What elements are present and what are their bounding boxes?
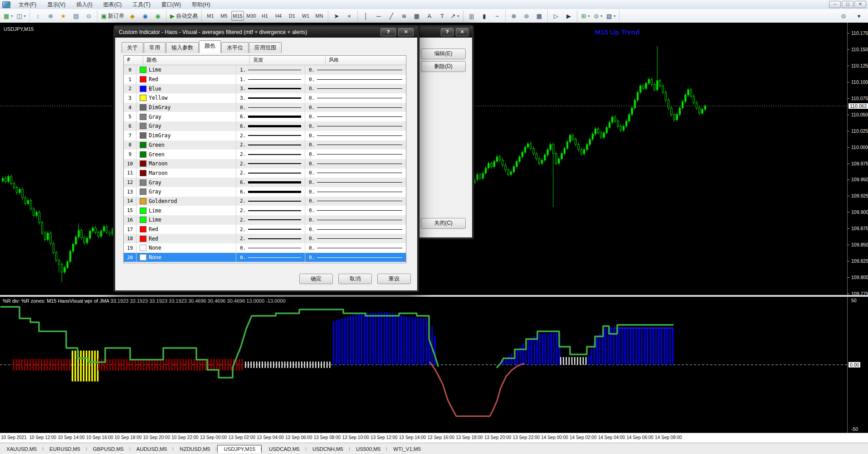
symbol-tab-us500[interactable]: US500,M5 [350, 445, 387, 453]
menu-item[interactable]: 图表(C) [98, 0, 127, 10]
color-swatch[interactable] [140, 95, 146, 101]
width-cell[interactable]: 6. [236, 187, 305, 197]
width-cell[interactable]: 2. [236, 215, 305, 225]
candlestick-chart-button[interactable]: ▮ [478, 10, 491, 21]
crosshair-button[interactable]: + [343, 10, 356, 21]
timeframe-w1-button[interactable]: W1 [299, 11, 312, 21]
table-row[interactable]: 17Red2.0. [124, 225, 406, 234]
timeframe-d1-button[interactable]: D1 [286, 11, 298, 21]
style-cell[interactable]: 0. [305, 131, 406, 140]
menu-item[interactable]: 工具(T) [127, 0, 156, 10]
close-list-button[interactable]: 关闭(C) [421, 218, 466, 229]
timeframe-m5-button[interactable]: M5 [218, 11, 230, 21]
color-swatch[interactable] [140, 151, 146, 158]
style-cell[interactable]: 0. [305, 65, 406, 75]
horizontal-line-button[interactable]: ─ [372, 10, 385, 21]
vertical-line-button[interactable]: │ [360, 10, 372, 21]
width-cell[interactable]: 2. [236, 234, 305, 243]
edit-button[interactable]: 编辑(E) [421, 48, 466, 59]
symbol-tab-audusd[interactable]: AUDUSD,M5 [130, 445, 174, 453]
table-row[interactable]: 11Maroon2.0. [124, 169, 406, 178]
color-swatch[interactable] [140, 67, 146, 73]
autoscroll-button[interactable]: ▷ [550, 10, 562, 21]
maximize-button[interactable]: ▢ [842, 1, 853, 8]
color-swatch[interactable] [140, 123, 146, 129]
table-row[interactable]: 2Blue3.0. [124, 84, 406, 93]
width-cell[interactable]: 2. [236, 169, 305, 178]
tab-关于[interactable]: 关于 [122, 42, 143, 53]
indicators-list-titlebar[interactable]: ? ✕ [417, 27, 472, 38]
target-button[interactable]: ⊕ [44, 10, 57, 21]
menu-item[interactable]: 窗口(W) [156, 0, 186, 10]
width-cell[interactable]: 2. [236, 140, 305, 150]
strategy-tester-button[interactable]: ⊙ [83, 10, 95, 21]
table-row[interactable]: 15Lime2.0. [124, 206, 406, 215]
width-cell[interactable]: 1. [236, 65, 305, 75]
style-cell[interactable]: 0. [305, 84, 406, 93]
table-row[interactable]: 13Gray6.0. [124, 187, 406, 197]
symbol-tab-usdcnh[interactable]: USDCNH,M5 [306, 445, 350, 453]
color-swatch[interactable] [140, 226, 146, 232]
table-row[interactable]: 4DimGray0.0. [124, 103, 406, 112]
table-row[interactable]: 12Gray6.0. [124, 178, 406, 187]
cursor-button[interactable]: ➤ [330, 10, 343, 21]
width-cell[interactable]: 6. [236, 178, 305, 187]
menu-item[interactable]: 显示(V) [42, 0, 71, 10]
chart-shift-button[interactable]: ▶ [562, 10, 575, 21]
table-row[interactable]: 20None0.0. [124, 253, 406, 262]
tab-常用[interactable]: 常用 [144, 42, 166, 53]
table-row[interactable]: 5Gray6.0. [124, 112, 406, 121]
color-swatch[interactable] [140, 132, 146, 139]
terminal-button[interactable]: ▤ [70, 10, 83, 21]
width-cell[interactable]: 2. [236, 150, 305, 159]
style-cell[interactable]: 0. [305, 187, 406, 197]
color-swatch[interactable] [140, 179, 146, 186]
search-button[interactable]: ⊙ [837, 10, 850, 21]
table-row[interactable]: 9Green2.0. [124, 150, 406, 159]
templates-button[interactable]: ▧▾ [605, 10, 617, 21]
table-row[interactable]: 3Yellow3.0. [124, 93, 406, 103]
width-cell[interactable]: 0. [236, 243, 305, 253]
table-row[interactable]: 7DimGray2.0. [124, 131, 406, 140]
shapes-button[interactable]: ▦ [410, 10, 423, 21]
text-label-button[interactable]: T [436, 10, 449, 21]
color-swatch[interactable] [140, 104, 146, 111]
width-cell[interactable]: 2. [236, 197, 305, 206]
style-cell[interactable]: 0. [305, 112, 406, 121]
color-swatch[interactable] [140, 198, 146, 204]
style-cell[interactable]: 0. [305, 225, 406, 234]
width-cell[interactable]: 6. [236, 121, 305, 131]
color-swatch[interactable] [140, 86, 146, 92]
table-row[interactable]: 0Lime1.0. [124, 65, 406, 75]
style-cell[interactable]: 0. [305, 121, 406, 131]
table-row[interactable]: 1Red1.0. [124, 75, 406, 84]
close-icon[interactable]: ✕ [398, 28, 414, 36]
help-button[interactable]: ? [441, 28, 454, 36]
cancel-button[interactable]: 取消 [338, 274, 372, 284]
timeframe-h1-button[interactable]: H1 [258, 11, 271, 21]
close-icon[interactable]: ✕ [456, 28, 468, 36]
color-swatch[interactable] [140, 114, 146, 120]
text-button[interactable]: A [423, 10, 436, 21]
line-chart-button[interactable]: ~ [491, 10, 503, 21]
delete-button[interactable]: 删除(D) [421, 61, 466, 72]
periods-button[interactable]: ⊙▾ [592, 10, 605, 21]
width-cell[interactable]: 3. [236, 93, 305, 103]
style-cell[interactable]: 0. [305, 150, 406, 159]
dialog-titlebar[interactable]: Custom Indicator - Haos - Visual - avera… [115, 27, 417, 38]
zoom-in-button[interactable]: ⊕ [507, 10, 520, 21]
symbol-tab-usdcad[interactable]: USDCAD,M5 [263, 445, 306, 453]
timeframe-h4-button[interactable]: H4 [272, 11, 285, 21]
style-cell[interactable]: 0. [305, 140, 406, 150]
indicators-button[interactable]: ⊞▾ [579, 10, 592, 21]
fibonacci-button[interactable]: ≋ [398, 10, 410, 21]
style-cell[interactable]: 0. [305, 75, 406, 84]
timeframe-m30-button[interactable]: M30 [245, 11, 258, 21]
color-swatch[interactable] [140, 254, 146, 261]
width-cell[interactable]: 3. [236, 84, 305, 93]
autotrading-button[interactable]: ▶自动交易 [168, 10, 200, 21]
width-cell[interactable]: 2. [236, 206, 305, 215]
table-row[interactable]: 8Green2.0. [124, 140, 406, 150]
style-cell[interactable]: 0. [305, 253, 406, 262]
color-swatch[interactable] [140, 170, 146, 176]
